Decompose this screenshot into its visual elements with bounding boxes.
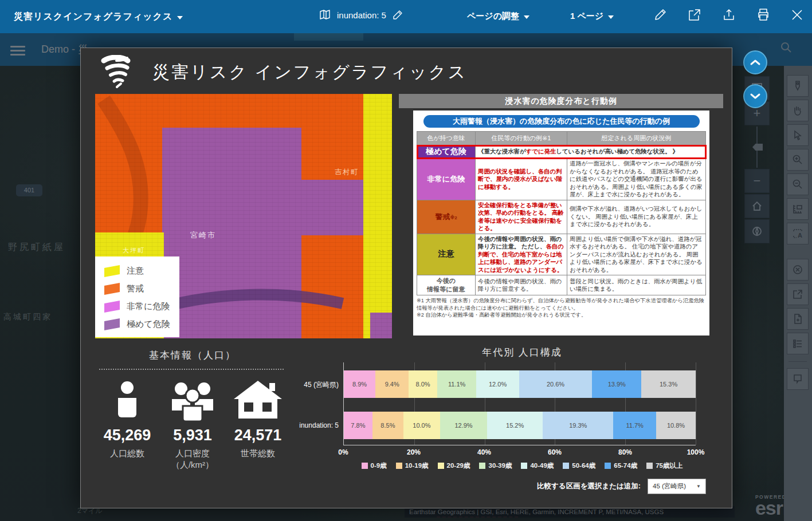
risk-cell: 普段と同じ状況。雨のときは、雨水が周囲より低い場所に集まる。 [567, 275, 706, 295]
risk-meaning-cell: 警戒※2 [417, 200, 476, 234]
risk-cell: 《重大な浸水害がすでに発生しているおそれが高い極めて危険な状況。 》 [476, 145, 706, 159]
risk-cell: 今後の情報や周囲の状況、雨の降り方に注意。 ただし、各自の判断で、住宅の地下室か… [476, 234, 567, 275]
risk-table: 色が持つ意味 住民等の行動の例※1 想定される周囲の状況例 極めて危険《重大な浸… [417, 131, 706, 295]
chart-bar-segment: 8.0% [409, 370, 437, 398]
chart-bar-segment: 20.6% [519, 370, 593, 398]
share-upload-icon[interactable] [721, 7, 736, 22]
app-window: Demo - 災 照葉樹林文化 401 野尻町紙屋 高城町四家 2マイル Ear… [0, 0, 812, 521]
tornado-icon [99, 55, 131, 90]
risk-table-title: 浸水害の危険度分布と行動例 [399, 94, 723, 108]
chart-bar-segment: 15.2% [487, 412, 543, 439]
bookmark-map-icon [319, 9, 331, 21]
risk-cell-text: 普段と同じ状況。雨のときは、雨水が周囲より低い場所に集まる。 [570, 278, 702, 293]
map-legend-item: 警戒 [104, 280, 179, 298]
chart-legend-label: 10-19歳 [405, 461, 429, 470]
risk-cell-text: 安全確保行動をとる準備が整い次第、早めの行動をとる。 高齢者等は速やかに安全確保… [478, 202, 564, 232]
bookmark-control[interactable]: inundation: 5 [319, 9, 403, 21]
legend-label: 注意 [127, 266, 144, 277]
risk-cell-text: 周囲より低い場所で側溝や下水が溢れ、道路が冠水するおそれがある。 住宅の地下室や… [570, 236, 703, 273]
page-select-menu[interactable]: 1 ページ [570, 11, 614, 22]
export-icon[interactable] [687, 7, 702, 22]
chart-bar: 8.9%9.4%8.0%11.1%12.0%20.6%13.9%15.3% [344, 370, 696, 398]
chart-legend-swatch [438, 463, 444, 469]
basic-info-title: 基本情報（人口） [98, 349, 287, 362]
risk-table-row: 警戒※2安全確保行動をとる準備が整い次第、早めの行動をとる。 高齢者等は速やかに… [417, 200, 706, 234]
compare-value: 45 (宮崎県) [653, 482, 686, 491]
map-legend-item: 非常に危険 [104, 298, 179, 315]
map-legend-item: 極めて危険 [104, 315, 179, 333]
chart-legend-item: 20-29歳 [438, 461, 470, 470]
stats-row: 45,269人口総数5,931人口密度（人/km²）24,571世帯総数 [95, 377, 290, 470]
chevron-down-icon [177, 16, 183, 19]
bookmark-label: inundation: 5 [337, 10, 386, 20]
risk-table-body: 極めて危険《重大な浸水害がすでに発生しているおそれが高い極めて危険な状況。 》非… [417, 145, 706, 295]
print-icon[interactable] [756, 7, 771, 22]
chart-legend: 0-9歳10-19歳20-29歳30-39歳40-49歳50-64歳65-74歳… [321, 461, 723, 470]
risk-meaning-note: ※2 [450, 215, 457, 220]
close-icon[interactable] [790, 8, 804, 22]
people-icon [160, 377, 225, 422]
chart-bar: 7.8%8.5%10.0%12.9%15.2%19.3%11.7%10.8% [344, 412, 696, 439]
chart-legend-swatch [563, 463, 569, 469]
chart-legend-swatch [396, 463, 402, 469]
risk-cell: 道路が一面冠水し、側溝やマンホールの場所が分からなくなるおそれがある。 道路冠水… [567, 159, 706, 200]
risk-table-row: 非常に危険周囲の状況を確認し、各自の判断で、屋内の浸水が及ばない階に移動する。道… [417, 159, 706, 200]
x-tick-label: 0% [338, 448, 348, 456]
risk-cell: 今後の情報や周囲の状況、雨の降り方に留意する。 [476, 275, 567, 295]
risk-meaning-cell: 非常に危険 [417, 159, 476, 200]
chart-bar-segment: 9.4% [375, 370, 409, 398]
legend-label: 非常に危険 [127, 301, 170, 312]
legend-swatch [104, 283, 120, 295]
chart-plot: 8.9%9.4%8.0%11.1%12.0%20.6%13.9%15.3%7.8… [343, 362, 696, 445]
dotted-separator [99, 369, 284, 370]
x-tick-label: 80% [618, 448, 632, 456]
risk-map[interactable]: 吉村町 宮崎市 大坪町 注意警戒非常に危険極めて危険 [95, 94, 392, 338]
risk-cell: 側溝や下水が溢れ、道路がいつ冠水してもおかしくない。 周囲より低い場所にある家屋… [567, 200, 706, 234]
chart-legend-label: 65-74歳 [614, 461, 637, 470]
map-legend-item: 注意 [104, 262, 179, 280]
chart-legend-item: 65-74歳 [605, 461, 637, 470]
compare-select[interactable]: 45 (宮崎県) ▼ [648, 479, 706, 494]
risk-cell-text: 《重大な浸水害が [478, 148, 526, 155]
compare-label: 比較する区画を選択または追加: [537, 481, 641, 491]
chart-legend-item: 30-39歳 [479, 461, 512, 470]
risk-cell-text: 周囲の状況を確認し、各自の判断で、屋内の浸水が及ばない階に移動する。 [478, 168, 562, 190]
app-title-menu[interactable]: 災害リスクインフォグラフィックス [14, 11, 183, 23]
edit-pencil-icon[interactable] [392, 9, 403, 21]
compare-control: 比較する区画を選択または追加: 45 (宮崎県) ▼ [537, 479, 706, 494]
top-toolbar: 災害リスクインフォグラフィックス inundation: 5 ページの調整 1 … [0, 0, 812, 33]
pencil-icon[interactable] [653, 7, 668, 22]
risk-cell-text: すでに発生 [526, 148, 556, 155]
collapse-up-button[interactable] [743, 50, 767, 74]
chart-legend-swatch [362, 463, 368, 469]
risk-table-row: 極めて危険《重大な浸水害がすでに発生しているおそれが高い極めて危険な状況。 》 [417, 145, 706, 159]
page-adjust-menu[interactable]: ページの調整 [467, 11, 529, 22]
map-label-otsubo: 大坪町 [123, 246, 145, 255]
map-label-miyazaki: 宮崎市 [190, 230, 216, 240]
chart-row-label: inundation: 5 [270, 421, 339, 429]
chart-bar-segment: 11.1% [437, 370, 477, 398]
stat-label: 世帯総数 [226, 448, 290, 459]
risk-meaning-cell: 今後の情報等に留意 [417, 275, 476, 295]
chevron-down-icon [608, 15, 614, 19]
x-tick-label: 20% [407, 448, 421, 456]
chart-bar-segment: 19.3% [543, 412, 613, 439]
chart-bar-segment: 15.3% [641, 370, 696, 398]
risk-cell-text: 道路が一面冠水し、側溝やマンホールの場所が分からなくなるおそれがある。 道路冠水… [570, 160, 703, 198]
chart-legend-item: 40-49歳 [521, 461, 554, 470]
stat-label: 人口密度（人/km²） [160, 448, 225, 470]
expand-down-button[interactable] [743, 84, 767, 108]
legend-swatch [104, 318, 120, 330]
risk-table-subtitle: 大雨警報（浸水害）の危険度分布の色に応じた住民等の行動の例 [423, 115, 700, 128]
app-title: 災害リスクインフォグラフィックス [14, 11, 172, 23]
chart-legend-item: 75歳以上 [646, 461, 682, 470]
chart-legend-label: 30-39歳 [488, 461, 512, 470]
chart-legend-item: 10-19歳 [396, 461, 429, 470]
x-tick-label: 40% [477, 448, 491, 456]
chart-bar-segment: 12.9% [440, 412, 487, 439]
chart-bar-segment: 10.8% [656, 412, 696, 439]
chart-gridline [696, 362, 696, 445]
risk-cell-text: しているおそれが高い極めて危険な状況。 》 [556, 148, 678, 155]
chart-bar-segment: 7.8% [344, 412, 372, 439]
stat-value: 5,931 [160, 427, 225, 444]
